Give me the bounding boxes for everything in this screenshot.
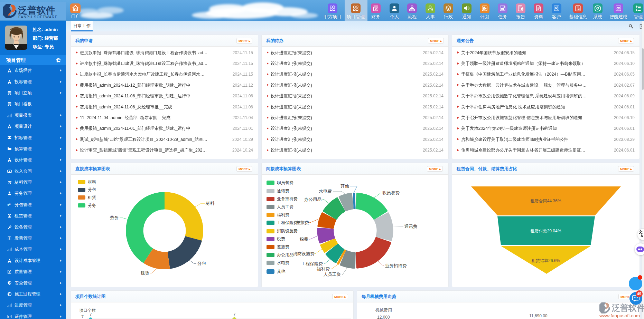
- svg-text:福利费: 福利费: [317, 267, 330, 271]
- svg-text:通讯费: 通讯费: [404, 224, 418, 229]
- svg-text:人员工资: 人员工资: [324, 272, 341, 277]
- svg-text:工程保险费: 工程保险费: [301, 261, 323, 266]
- svg-text:分包: 分包: [197, 261, 206, 266]
- svg-text:水电费: 水电费: [319, 189, 332, 194]
- svg-text:x²: x²: [7, 203, 11, 207]
- svg-text:劳务: 劳务: [110, 215, 119, 220]
- svg-text:消防设施费: 消防设施费: [293, 251, 315, 256]
- svg-text:职员餐费: 职员餐费: [382, 191, 400, 195]
- svg-text:www.fanpusoft.com: www.fanpusoft.com: [599, 313, 640, 318]
- svg-text:11,690.00: 11,690.00: [529, 313, 548, 318]
- svg-text:泛普软件: 泛普软件: [612, 303, 644, 312]
- svg-text:租赁: 租赁: [140, 271, 149, 276]
- svg-text:租赁合同44.36%: 租赁合同44.36%: [530, 199, 561, 203]
- svg-text:7: 7: [233, 312, 236, 317]
- svg-text:业务招待费: 业务招待费: [385, 263, 407, 268]
- svg-text:税费: 税费: [299, 237, 308, 242]
- svg-text:12,000: 12,000: [377, 315, 390, 319]
- svg-text:泛普软件: 泛普软件: [18, 5, 55, 16]
- svg-text:差旅费: 差旅费: [296, 220, 309, 225]
- svg-text:材料: 材料: [205, 201, 215, 206]
- svg-text:办公用品: 办公用品: [304, 197, 321, 202]
- svg-text:租赁付款29.04%: 租赁付款29.04%: [530, 229, 561, 233]
- svg-text:项目个数: 项目个数: [79, 308, 96, 313]
- svg-text:7: 7: [90, 312, 92, 317]
- svg-text:FANPU SOFTWARE: FANPU SOFTWARE: [18, 15, 58, 19]
- svg-text:7: 7: [81, 315, 84, 319]
- svg-text:机械费用: 机械费用: [375, 308, 392, 312]
- svg-text:租赁结算26.6%: 租赁结算26.6%: [531, 258, 560, 263]
- svg-text:其他: 其他: [340, 184, 349, 188]
